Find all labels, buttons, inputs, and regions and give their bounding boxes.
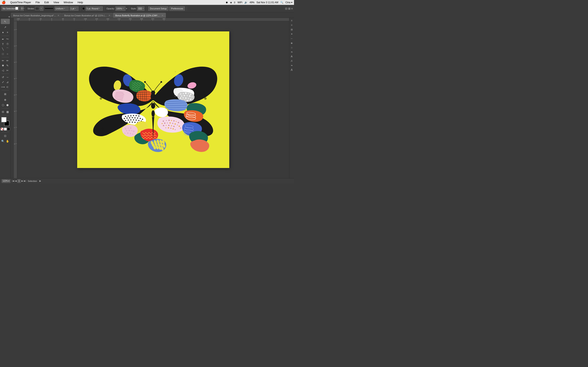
wifi-icon[interactable]: WiFi — [237, 1, 242, 4]
tab-0[interactable]: Bonus Ice Cream Illustration_beginning.a… — [11, 13, 62, 18]
reflect-tool[interactable]: ↔ — [5, 75, 10, 79]
stroke-weight-dropdown[interactable]: 1 pt ▾ — [69, 6, 79, 11]
right-appearance-btn[interactable]: ❧ — [290, 50, 294, 54]
arrange-icon1[interactable]: ⊟ — [285, 7, 287, 10]
right-pathfinder-btn[interactable]: ◈ — [290, 41, 294, 45]
ellipse-tool[interactable]: ○ — [5, 52, 10, 56]
lasso-tool[interactable]: ⌖ — [5, 30, 10, 35]
live-paint-sel[interactable]: ⬢ — [5, 103, 10, 107]
right-character-btn[interactable]: A — [290, 59, 294, 63]
menu-file[interactable]: File — [35, 0, 41, 4]
user-account[interactable]: Cina ▾ — [285, 1, 292, 4]
tab-1-close[interactable]: ✕ — [108, 14, 111, 17]
live-paint-tool[interactable]: ⬡ — [1, 103, 5, 107]
right-properties-btn[interactable]: ≡ — [290, 23, 294, 27]
opacity-expand[interactable]: ▸ — [126, 7, 127, 10]
type-tool[interactable]: T — [1, 42, 5, 46]
opacity-dropdown[interactable]: 100% ▾ — [115, 6, 126, 11]
free-transform-tool[interactable]: ⊞ — [1, 91, 10, 97]
scale-tool[interactable]: ⤢ — [1, 80, 5, 84]
artboard-tool[interactable]: ⊡ — [1, 133, 10, 138]
width-tool[interactable]: ⊂ — [5, 85, 10, 89]
menu-view[interactable]: View — [52, 0, 60, 4]
none-swatch[interactable] — [1, 128, 3, 131]
curvature-tool[interactable]: 〜 — [5, 37, 10, 42]
document-setup-button[interactable]: Document Setup — [148, 6, 168, 11]
direct-selection-tool[interactable]: ↗ — [1, 25, 10, 30]
selection-tool[interactable]: ↖ — [1, 19, 10, 24]
tabs-collapse-arrow[interactable]: ◀ — [8, 16, 10, 18]
line-tool[interactable]: ╲ — [1, 47, 5, 51]
white-swatch[interactable] — [4, 128, 7, 131]
zoom-dropdown[interactable]: 122% ▾ — [2, 179, 10, 183]
canvas-area[interactable]: + — [17, 21, 289, 178]
tab-2[interactable]: Bonus Butterfly Illustration.ai @ 122% (… — [113, 13, 166, 18]
brush-color[interactable] — [82, 7, 85, 10]
stroke-color[interactable] — [35, 7, 39, 10]
right-symbols-btn[interactable]: ✦ — [290, 32, 294, 36]
stroke-style-dropdown[interactable]: Uniform ▾ — [54, 6, 69, 11]
shaper-tool[interactable]: ✱ — [1, 63, 5, 68]
menu-edit[interactable]: Edit — [43, 0, 50, 4]
rotate-tool[interactable]: ↺ — [1, 75, 5, 79]
right-layers-btn[interactable]: ≡ — [290, 19, 294, 22]
canvas-top: -108 -72 -36 0 36 72 108 — [11, 18, 289, 178]
touch-type-tool[interactable]: Ⓣ — [5, 42, 10, 46]
page-last-btn[interactable]: ▶| — [24, 180, 26, 182]
page-first-btn[interactable]: |◀ — [12, 180, 14, 182]
stroke-arrow-btn[interactable]: ▾ — [40, 6, 43, 11]
magic-wand-tool[interactable]: ✦ — [1, 30, 5, 35]
eraser-tool[interactable]: ◁ — [1, 68, 5, 73]
stroke-type-selector[interactable]: ⊡ ▾ — [20, 6, 24, 11]
shape-builder-tool[interactable]: ⊕ — [1, 97, 10, 102]
arrange-icon2[interactable]: ⊠ — [288, 7, 291, 10]
right-align-btn[interactable]: ↔ — [290, 37, 294, 40]
bluetooth-icon[interactable]: Ꞵ — [234, 1, 235, 4]
menu-help[interactable]: Help — [77, 0, 84, 4]
tab-1[interactable]: Bonus Ice Cream Illustration.ai* @ 121% … — [62, 13, 113, 18]
blob-brush-tool[interactable]: ✏ — [5, 58, 10, 63]
pen-tool[interactable]: ✒ — [1, 37, 5, 42]
right-graphic-styles-btn[interactable]: ❧ — [290, 64, 294, 67]
tab-0-close[interactable]: ✕ — [57, 14, 60, 17]
preferences-button[interactable]: Preferences — [169, 6, 185, 11]
antenna-left-tip — [144, 81, 146, 83]
rect-tool[interactable]: □ — [1, 52, 5, 56]
dropbox-icon[interactable]: ◈ — [230, 1, 232, 4]
wdot18 — [187, 100, 188, 101]
fg-color-swatch[interactable] — [1, 117, 7, 122]
paintbrush-tool[interactable]: ✏ — [1, 58, 5, 63]
page-prev-btn[interactable]: ◀ — [15, 180, 17, 182]
zoom-tool[interactable]: 🔍 — [1, 139, 5, 143]
status-expand-btn[interactable]: ▶ — [39, 180, 41, 182]
style-dropdown[interactable]: ▾ — [137, 6, 145, 11]
column-graph-tool[interactable]: ▦ — [5, 109, 10, 114]
brush-size-dropdown[interactable]: 5 pt. Round ▾ — [86, 6, 103, 11]
tab-2-close[interactable]: ✕ — [162, 14, 164, 17]
hand-tool[interactable]: ✋ — [5, 139, 10, 143]
stipple16 — [202, 127, 205, 130]
menu-window[interactable]: Window — [63, 0, 74, 4]
right-control-btn[interactable]: A — [290, 68, 294, 72]
selection-dropdown[interactable]: No Selection — [1, 6, 20, 11]
ptex11 — [132, 133, 133, 135]
page-next-btn[interactable]: ▶ — [21, 180, 23, 182]
pencil-tool[interactable]: ✎ — [5, 63, 10, 68]
page-number-input[interactable]: 1 — [17, 179, 21, 183]
record-icon[interactable]: ⏺ — [226, 1, 228, 4]
right-libraries-btn[interactable]: ⊞ — [290, 28, 294, 31]
warp-tool[interactable]: ⟿ — [1, 85, 5, 89]
arc-tool[interactable]: ⌒ — [5, 47, 10, 51]
right-transform-btn[interactable]: ⌂ — [290, 46, 294, 49]
volume-icon[interactable]: 🔊 — [244, 1, 247, 4]
butterfly-illustration[interactable]: + — [77, 31, 229, 168]
right-typea-btn[interactable]: A — [290, 55, 294, 58]
black-swatch[interactable] — [7, 128, 10, 131]
arrange-icon3[interactable]: ≡ — [291, 7, 293, 10]
perspective-tool[interactable]: ⊟ — [1, 109, 5, 114]
shear-tool[interactable]: ⊿ — [5, 80, 10, 84]
apple-menu[interactable]: 🍎 — [2, 0, 6, 4]
search-icon[interactable]: 🔍 — [280, 1, 283, 4]
page-value: 1 — [18, 180, 20, 182]
scissors-tool[interactable]: ✂ — [5, 68, 10, 73]
